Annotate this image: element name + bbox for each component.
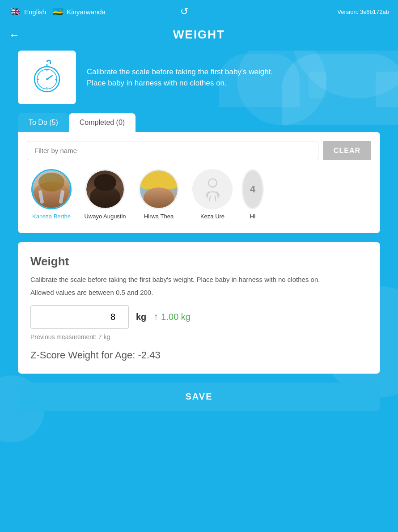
patient-item[interactable]: Hirwa Thea — [134, 169, 183, 220]
tab-completed-label: Completed (0) — [80, 119, 125, 126]
patient-item[interactable]: Uwayo Augustin — [80, 169, 130, 220]
placeholder-baby-icon — [200, 177, 225, 202]
patient-avatar-hi: 4 — [241, 169, 264, 209]
patient-name-kaneza: Kaneza Berthe — [32, 213, 71, 220]
patient-item[interactable]: Keza Ure — [188, 169, 237, 220]
svg-point-9 — [208, 179, 216, 187]
previous-measurement-text: Previous measurement: 7 kg — [30, 333, 368, 340]
save-label: SAVE — [186, 392, 213, 401]
kinyarwanda-flag-icon: 🇷🇼 — [51, 5, 64, 18]
zscore-label: Z-Score Weight for Age: — [30, 349, 135, 361]
scale-icon — [29, 60, 65, 95]
english-lang-item[interactable]: 🇬🇧 English — [9, 5, 46, 18]
top-bar: 🇬🇧 English 🇷🇼 Kinyarwanda ↺ Version: 3e6… — [0, 0, 398, 23]
weight-input-field[interactable] — [30, 305, 129, 329]
filter-bar: CLEAR — [27, 141, 371, 160]
english-lang-label: English — [24, 8, 46, 16]
patient-avatar-uwayo — [85, 169, 125, 209]
patient-item[interactable]: Kaneza Berthe — [27, 169, 76, 220]
weight-change-indicator: ↑ 1.00 kg — [153, 311, 191, 323]
patient-item-partial[interactable]: 4 Hi — [241, 169, 264, 220]
zscore-row: Z-Score Weight for Age: -2.43 — [30, 349, 368, 361]
svg-point-4 — [46, 78, 48, 80]
back-arrow-icon: ← — [9, 29, 20, 41]
clear-button[interactable]: CLEAR — [323, 141, 371, 160]
tab-todo-label: To Do (5) — [29, 119, 58, 126]
version-label: Version: 3e6b172ab — [337, 9, 389, 15]
svg-line-3 — [47, 76, 52, 79]
kinyarwanda-lang-item[interactable]: 🇷🇼 Kinyarwanda — [51, 5, 106, 18]
language-group: 🇬🇧 English 🇷🇼 Kinyarwanda — [9, 5, 106, 18]
patient-avatar-keza — [192, 169, 233, 209]
weight-description: Calibrate the scale before taking the fi… — [30, 275, 368, 285]
search-input[interactable] — [27, 141, 318, 160]
weight-form-title: Weight — [30, 255, 368, 268]
allowed-values-text: Allowed values are between 0.5 and 200. — [30, 289, 368, 296]
page-title: WEIGHT — [173, 28, 225, 42]
reset-button[interactable]: ↺ — [180, 6, 188, 17]
patient-name-uwayo: Uwayo Augustin — [84, 213, 126, 220]
main-card: CLEAR Kaneza Berthe — [18, 132, 380, 233]
back-button[interactable]: ← — [9, 29, 20, 41]
weight-card: Weight Calibrate the scale before taking… — [18, 242, 380, 374]
kinyarwanda-lang-label: Kinyarwanda — [67, 8, 106, 16]
tab-completed[interactable]: Completed (0) — [69, 113, 135, 132]
instruction-text: Calibrate the scale before taking the fi… — [76, 66, 273, 89]
weight-unit-label: kg — [136, 312, 146, 322]
scale-icon-box — [18, 51, 76, 104]
patient-list: Kaneza Berthe Uwayo Augustin Hirwa Thea — [27, 169, 371, 224]
patient-name-keza: Keza Ure — [200, 213, 224, 220]
save-bar[interactable]: SAVE — [18, 383, 380, 411]
clear-label: CLEAR — [334, 147, 360, 154]
tabs-container: To Do (5) Completed (0) — [18, 113, 380, 132]
page-header: ← WEIGHT — [0, 23, 398, 51]
instruction-banner: Calibrate the scale before taking the fi… — [18, 51, 380, 104]
english-flag-icon: 🇬🇧 — [9, 5, 21, 18]
patient-avatar-hirwa — [139, 169, 179, 209]
tab-todo[interactable]: To Do (5) — [18, 113, 69, 132]
patient-name-hi: Hi — [250, 213, 255, 220]
patient-avatar-kaneza — [31, 169, 72, 209]
up-arrow-icon: ↑ — [153, 311, 158, 323]
svg-line-12 — [209, 196, 210, 201]
weight-input-row: kg ↑ 1.00 kg — [30, 305, 368, 329]
svg-line-13 — [215, 196, 216, 201]
zscore-value: -2.43 — [138, 349, 161, 361]
weight-change-value: 1.00 kg — [161, 312, 191, 322]
patient-name-hirwa: Hirwa Thea — [144, 213, 174, 220]
